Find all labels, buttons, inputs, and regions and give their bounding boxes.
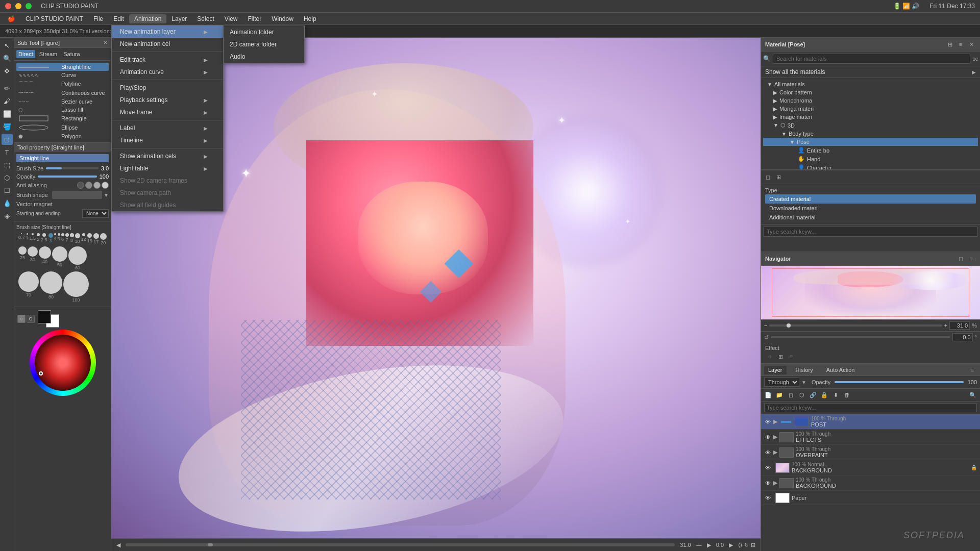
cat-mono[interactable]: ▶ Monochroma	[763, 96, 978, 105]
layer-reference[interactable]: 🔗	[808, 390, 818, 400]
tab-auto-action[interactable]: Auto Action	[822, 366, 859, 374]
tool-lasso-fill[interactable]: ⬡ Lasso fill	[16, 106, 109, 114]
material-search-input[interactable]	[773, 54, 970, 64]
menu-edit-track[interactable]: Edit track ▶	[112, 54, 223, 66]
menu-layer[interactable]: Layer	[166, 14, 192, 23]
starting-ending-select[interactable]: None	[82, 209, 109, 218]
opacity-slider[interactable]	[38, 176, 96, 178]
menu-animation[interactable]: Animation	[129, 14, 166, 23]
tool-rectangle[interactable]: Rectangle	[16, 114, 109, 123]
layer-vis-bg-through[interactable]: 👁	[764, 480, 771, 487]
tool-eyedropper[interactable]: 💧	[2, 197, 13, 209]
layer-item-overpaint[interactable]: 👁 ▶ 100 % Through OVERPAINT	[761, 445, 980, 460]
submenu-2d-camera-folder[interactable]: 2D camera folder	[224, 38, 304, 51]
brush-shape-arrow[interactable]: ▼	[104, 192, 109, 198]
tool-eraser[interactable]: ⬜	[2, 108, 13, 119]
sub-tool-close[interactable]: ✕	[103, 39, 108, 46]
color-tab-circle[interactable]: ○	[17, 315, 26, 323]
brush-size-10[interactable]: 10	[75, 233, 80, 245]
tool-polyline[interactable]: ⌒⌒⌒ Polyline	[16, 79, 109, 88]
blend-mode-select[interactable]: Through Normal Multiply Screen Overlay	[764, 378, 799, 387]
submenu-audio[interactable]: Audio	[224, 51, 304, 63]
tool-lasso[interactable]: ⬡	[2, 172, 13, 183]
brush-size-4[interactable]: 4	[54, 233, 57, 245]
tool-brush[interactable]: 🖌	[2, 95, 13, 107]
tool-straight-line[interactable]: —————— Straight line	[16, 63, 109, 71]
cat-color-pattern[interactable]: ▶ Color pattern	[763, 88, 978, 96]
brush-size-5[interactable]: 5	[58, 233, 60, 245]
menu-help[interactable]: Help	[299, 14, 322, 23]
brush-size-slider[interactable]	[46, 167, 99, 169]
tool-continuous-curve[interactable]: 〜〜〜 Continuous curve	[16, 88, 109, 97]
tool-bezier-curve[interactable]: ⌣⌣⌣ Bezier curve	[16, 97, 109, 106]
material-search-btn[interactable]: oc	[972, 56, 978, 62]
canvas-scroll-right[interactable]: ▶	[729, 542, 733, 548]
type-downloaded[interactable]: Downloaded materi	[765, 204, 976, 213]
material-panel-close[interactable]: ✕	[967, 40, 976, 49]
brush-size-2.5[interactable]: 2.5	[41, 233, 47, 245]
layer-vis-paper[interactable]: 👁	[764, 494, 771, 502]
layer-merge[interactable]: ⬇	[830, 390, 841, 400]
brush-size-70[interactable]: 70	[18, 271, 39, 303]
layer-item-post[interactable]: 👁 ▶ 100 % Through POST	[761, 414, 980, 430]
cat-body-type[interactable]: ▼ Body type	[763, 130, 978, 138]
material-panel-icon-2[interactable]: ≡	[956, 40, 965, 49]
layer-item-effects[interactable]: 👁 ▶ 100 % Through EFFECTS	[761, 430, 980, 445]
brush-size-17[interactable]: 17	[93, 233, 99, 245]
menu-filter[interactable]: Filter	[243, 14, 267, 23]
mac-maximize-button[interactable]	[26, 3, 32, 9]
tool-figure[interactable]: ◻	[2, 134, 13, 145]
brush-size-20[interactable]: 20	[100, 233, 107, 245]
brush-size-8[interactable]: 8	[70, 233, 74, 245]
nav-zoom-out[interactable]: −	[764, 322, 767, 329]
cat-pose[interactable]: ▼ Pose	[763, 138, 978, 146]
brush-size-25[interactable]: 25	[18, 246, 27, 270]
layer-panel-menu[interactable]: ≡	[968, 365, 977, 374]
brush-size-12[interactable]: 12	[81, 233, 86, 245]
effect-btn-3[interactable]: ≡	[787, 352, 796, 361]
brush-size-value[interactable]: 3.0	[101, 165, 109, 171]
foreground-color-chip[interactable]	[38, 310, 51, 323]
canvas-btn-2[interactable]: ↻	[744, 542, 749, 548]
cat-image[interactable]: ▶ Image materi	[763, 113, 978, 121]
tool-cursor[interactable]: ↖	[2, 40, 13, 51]
tool-fill[interactable]: 🪣	[2, 121, 13, 132]
nav-icon-1[interactable]: ◻	[956, 254, 965, 263]
nav-rotation-slider[interactable]	[771, 336, 950, 338]
timeline-scrollbar[interactable]	[126, 543, 675, 546]
menu-light-table[interactable]: Light table ▶	[112, 162, 223, 174]
nav-rotation-value[interactable]	[952, 333, 973, 341]
nav-zoom-slider[interactable]	[769, 324, 942, 327]
nav-icon-2[interactable]: ≡	[967, 254, 976, 263]
mat-btn-1[interactable]: ◻	[763, 172, 772, 182]
menu-move-frame[interactable]: Move frame ▶	[112, 106, 223, 118]
nav-zoom-value[interactable]	[949, 321, 970, 330]
tool-mode-direct[interactable]: Direct	[16, 50, 35, 58]
canvas-btn-3[interactable]: ⊞	[751, 542, 755, 548]
layer-item-bg-through[interactable]: 👁 ▶ 100 % Through BACKGROUND	[761, 475, 980, 491]
material-panel-icon-1[interactable]: ⊞	[945, 40, 954, 49]
color-triangle[interactable]	[35, 335, 91, 391]
layer-delete[interactable]: 🗑	[842, 390, 852, 400]
type-created[interactable]: Created material	[765, 194, 976, 204]
nav-zoom-in[interactable]: +	[944, 322, 947, 329]
brush-size-7[interactable]: 7	[65, 233, 69, 245]
layer-mask[interactable]: ◻	[786, 390, 796, 400]
brush-size-2[interactable]: 2	[37, 233, 40, 245]
color-wheel[interactable]	[30, 330, 96, 396]
brush-size-100[interactable]: 100	[63, 271, 89, 303]
tool-select-object[interactable]: ☐	[2, 185, 13, 196]
tool-polygon[interactable]: ⬟ Polygon	[16, 132, 109, 140]
brush-size-3[interactable]: 3	[48, 233, 53, 245]
layer-item-paper[interactable]: 👁 Paper	[761, 491, 980, 505]
menu-label[interactable]: Label ▶	[112, 122, 223, 134]
brush-size-6[interactable]: 6	[61, 233, 64, 245]
menu-play-stop[interactable]: Play/Stop	[112, 82, 223, 94]
effect-btn-2[interactable]: ⊞	[776, 352, 785, 361]
menu-apple[interactable]: 🍎	[3, 14, 20, 23]
menu-app-name[interactable]: CLIP STUDIO PAINT	[20, 14, 88, 23]
brush-size-15[interactable]: 15	[87, 233, 92, 245]
layer-item-bg-normal[interactable]: 👁 100 % Normal BACKGROUND 🔒	[761, 460, 980, 475]
tool-zoom[interactable]: 🔍	[2, 53, 13, 64]
menu-window[interactable]: Window	[266, 14, 299, 23]
